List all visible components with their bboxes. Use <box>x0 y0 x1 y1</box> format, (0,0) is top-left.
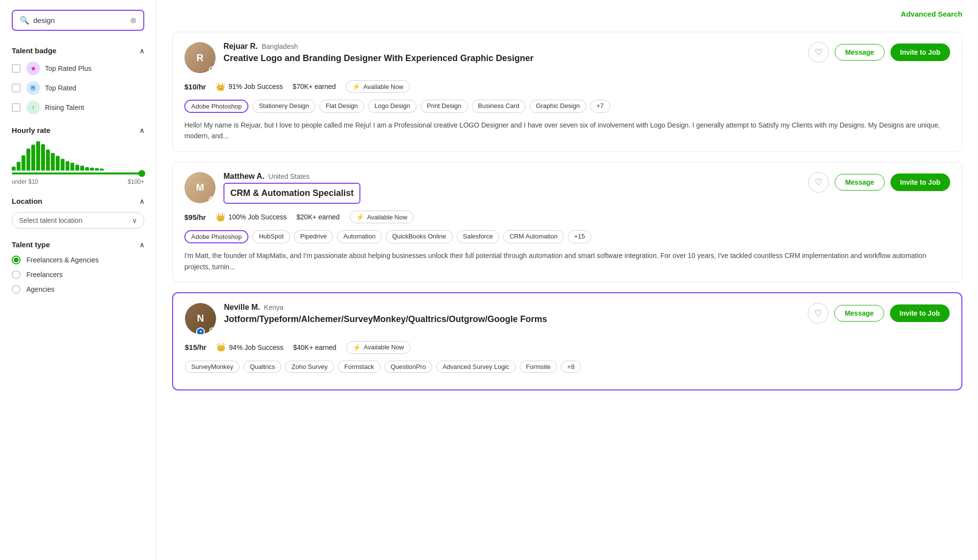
invite-button-2[interactable]: Invite to Job <box>890 173 950 191</box>
available-text-3: Available Now <box>364 344 404 351</box>
skill-pipedrive-2[interactable]: Pipedrive <box>294 230 333 243</box>
radio-freelancers[interactable] <box>12 270 21 279</box>
avatar-status-3 <box>209 327 215 333</box>
skill-advanced-survey-logic-3[interactable]: Advanced Survey Logic <box>436 361 516 373</box>
skill-quickbooks-2[interactable]: QuickBooks Online <box>386 230 453 243</box>
chart-bar <box>70 163 74 171</box>
location-chevron: ∧ <box>139 197 144 205</box>
skill-qualtrics-3[interactable]: Qualtrics <box>244 361 281 373</box>
chart-bar <box>56 156 60 171</box>
chart-bar <box>51 153 55 171</box>
talent-badge-header[interactable]: Talent badge ∧ <box>12 46 144 55</box>
skill-salesforce-2[interactable]: Salesforce <box>457 230 499 243</box>
badge-top-rated[interactable]: ⛨ Top Rated <box>12 81 144 95</box>
skills-row-2: Adobe Photoshop HubSpot Pipedrive Automa… <box>184 230 950 243</box>
favorite-button-1[interactable]: ♡ <box>808 42 829 63</box>
talent-type-label-0: Freelancers & Agencies <box>26 256 99 264</box>
chart-bar <box>31 145 35 171</box>
badge-top-rated-plus[interactable]: ★ Top Rated Plus <box>12 62 144 75</box>
skill-questionpro-3[interactable]: QuestionPro <box>384 361 432 373</box>
rate-slider-thumb[interactable] <box>138 170 145 177</box>
clear-search-icon[interactable]: ⊗ <box>130 16 136 25</box>
skills-row-3: SurveyMonkey Qualtrics Zoho Survey Forms… <box>185 361 950 373</box>
skill-business-card-1[interactable]: Business Card <box>472 100 526 113</box>
talent-type-freelancers[interactable]: Freelancers <box>12 270 144 279</box>
freelancer-country-3: Kenya <box>264 303 284 311</box>
card-actions-3: ♡ Message Invite to Job <box>808 303 950 323</box>
skill-more-3[interactable]: +8 <box>561 361 581 373</box>
invite-button-3[interactable]: Invite to Job <box>890 304 950 322</box>
freelancer-card-2: M Matthew A. United States CRM & Automat… <box>172 162 962 282</box>
favorite-button-3[interactable]: ♡ <box>808 303 828 323</box>
chart-bar <box>85 167 89 171</box>
top-rated-icon: ⛨ <box>26 81 40 95</box>
skill-more-1[interactable]: +7 <box>590 100 610 113</box>
hourly-rate-header[interactable]: Hourly rate ∧ <box>12 126 144 134</box>
search-box[interactable]: 🔍 ⊗ <box>12 10 144 31</box>
skill-surveymonkey-3[interactable]: SurveyMonkey <box>185 361 240 373</box>
skill-logo-design-1[interactable]: Logo Design <box>368 100 417 113</box>
available-badge-2: ⚡ Available Now <box>350 211 414 223</box>
lightning-icon-2: ⚡ <box>356 213 364 221</box>
location-filter: Location ∧ Select talent location ∨ <box>12 197 144 229</box>
radio-agencies[interactable] <box>12 285 21 294</box>
rate-1: $10/hr <box>184 83 206 91</box>
skill-stationery-design-1[interactable]: Stationery Design <box>252 100 315 113</box>
skill-crm-automation-2[interactable]: CRM Automation <box>503 230 564 243</box>
rate-slider[interactable] <box>12 172 144 174</box>
location-header[interactable]: Location ∧ <box>12 197 144 205</box>
skill-hubspot-2[interactable]: HubSpot <box>252 230 290 243</box>
card-header-1: R Rejuar R. Bangladesh Creative Logo and… <box>184 42 950 73</box>
top-rated-label: Top Rated <box>45 84 76 92</box>
talent-type-header[interactable]: Talent type ∧ <box>12 240 144 249</box>
skill-graphic-design-1[interactable]: Graphic Design <box>530 100 586 113</box>
advanced-search-link[interactable]: Advanced Search <box>901 10 962 18</box>
message-button-1[interactable]: Message <box>835 44 884 61</box>
name-row-1: Rejuar R. Bangladesh <box>223 42 800 51</box>
name-row-3: Neville M. Kenya <box>224 303 800 312</box>
chart-bar <box>26 149 30 171</box>
chart-bar <box>46 150 50 171</box>
skill-flat-design-1[interactable]: Flat Design <box>319 100 364 113</box>
talent-type-agencies[interactable]: Agencies <box>12 285 144 294</box>
badge-top-rated-plus-checkbox[interactable] <box>12 64 21 73</box>
talent-type-freelancers-agencies[interactable]: Freelancers & Agencies <box>12 256 144 264</box>
card-actions-2: ♡ Message Invite to Job <box>808 172 950 193</box>
earned-1: $70K+ earned <box>293 83 336 90</box>
freelancer-name-3: Neville M. <box>224 303 260 312</box>
rate-3: $15/hr <box>185 343 206 351</box>
chart-bar <box>95 168 99 171</box>
badge-rising-talent-checkbox[interactable] <box>12 103 21 112</box>
favorite-button-2[interactable]: ♡ <box>808 172 829 193</box>
message-button-3[interactable]: Message <box>834 305 884 322</box>
hourly-rate-filter: Hourly rate ∧ <box>12 126 144 185</box>
message-button-2[interactable]: Message <box>835 174 884 191</box>
chart-bar <box>22 155 25 171</box>
skill-automation-2[interactable]: Automation <box>337 230 382 243</box>
talent-type-label-2: Agencies <box>26 285 55 293</box>
card-header-3: N ★ Neville M. Kenya Jotform/Typeform/Al… <box>185 303 950 334</box>
skill-adobe-photoshop-2[interactable]: Adobe Photoshop <box>184 230 248 243</box>
skill-adobe-photoshop-1[interactable]: Adobe Photoshop <box>184 100 248 113</box>
location-select[interactable]: Select talent location ∨ <box>12 212 144 229</box>
stats-row-1: $10/hr 👑 91% Job Success $70K+ earned ⚡ … <box>184 80 950 93</box>
skill-more-2[interactable]: +15 <box>568 230 591 243</box>
search-icon: 🔍 <box>20 16 29 25</box>
freelancer-info-1: Rejuar R. Bangladesh Creative Logo and B… <box>223 42 800 64</box>
badge-top-rated-checkbox[interactable] <box>12 84 21 92</box>
skill-zoho-survey-3[interactable]: Zoho Survey <box>285 361 334 373</box>
main-content: Advanced Search R Rejuar R. Bangladesh C… <box>156 0 978 560</box>
invite-button-1[interactable]: Invite to Job <box>890 43 950 61</box>
badge-rising-talent[interactable]: ↑ Rising Talent <box>12 101 144 114</box>
search-input[interactable] <box>33 16 130 24</box>
crown-icon-2: 👑 <box>216 213 225 222</box>
location-placeholder: Select talent location <box>19 216 82 224</box>
talent-type-label-1: Freelancers <box>26 271 63 279</box>
skill-print-design-1[interactable]: Print Design <box>421 100 468 113</box>
top-rated-badge-3: ★ <box>196 327 205 334</box>
radio-freelancers-agencies[interactable] <box>12 256 21 264</box>
location-chevron-icon: ∨ <box>132 216 137 224</box>
skill-formsite-3[interactable]: Formsite <box>520 361 557 373</box>
rising-talent-label: Rising Talent <box>45 104 84 111</box>
skill-formstack-3[interactable]: Formstack <box>338 361 380 373</box>
